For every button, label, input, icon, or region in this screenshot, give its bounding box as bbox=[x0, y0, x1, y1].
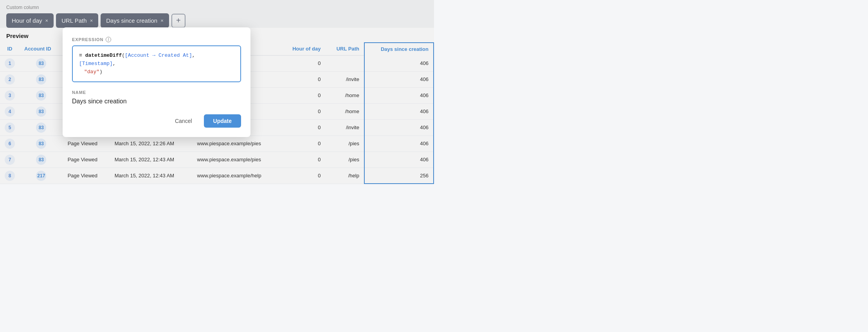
info-icon[interactable]: i bbox=[106, 37, 111, 42]
expr-equals: = bbox=[79, 52, 82, 58]
expression-box[interactable]: = datetimeDiff([Account → Created At], [… bbox=[72, 45, 241, 82]
expr-function-name: datetimeDiff bbox=[85, 52, 122, 58]
modal-actions: Cancel Update bbox=[72, 114, 241, 128]
name-section-label: NAME bbox=[72, 90, 241, 95]
expr-arg1: [Account → Created At] bbox=[125, 52, 192, 58]
expr-arg3: "day" bbox=[84, 69, 99, 75]
name-value: Days since creation bbox=[72, 98, 241, 111]
page: Custom column Hour of day × URL Path × D… bbox=[0, 0, 434, 184]
cancel-button[interactable]: Cancel bbox=[167, 114, 200, 128]
expr-arg2: [Timestamp] bbox=[79, 61, 113, 67]
update-button[interactable]: Update bbox=[204, 114, 241, 128]
expression-section-label: EXPRESSION i bbox=[72, 37, 241, 42]
modal-dialog: EXPRESSION i = datetimeDiff([Account → C… bbox=[63, 27, 250, 137]
